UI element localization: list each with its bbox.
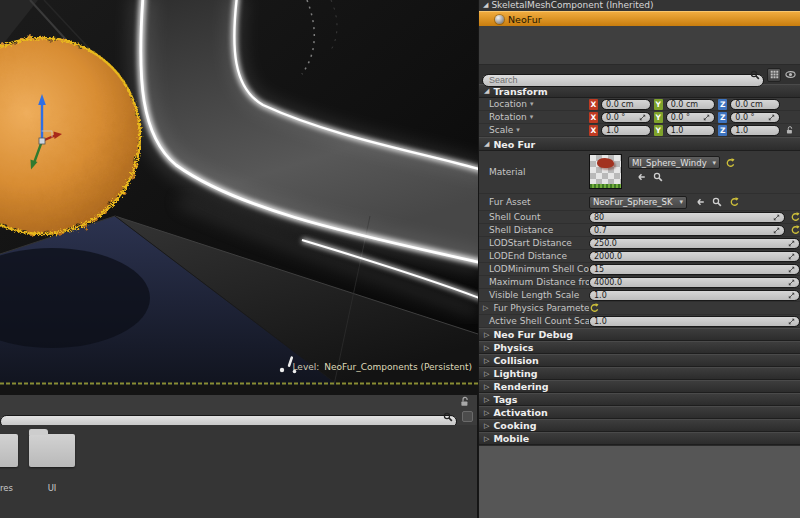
section-header-collision[interactable]: ▷ Collision [479, 354, 800, 367]
expander-icon[interactable]: ▷ [483, 304, 488, 312]
location-y-field[interactable]: 0.0 cm [666, 99, 716, 110]
reset-to-default-icon[interactable] [790, 225, 800, 235]
spinner-icon[interactable] [768, 114, 775, 121]
section-header-physics[interactable]: ▷ Physics [479, 341, 800, 354]
section-header-neofur-debug[interactable]: ▷ Neo Fur Debug [479, 328, 800, 341]
expander-icon: ◢ [484, 87, 489, 95]
lod-start-distance-field[interactable]: 250.0 [589, 238, 800, 249]
spinner-icon[interactable] [788, 318, 795, 325]
reset-to-default-icon[interactable] [589, 303, 599, 313]
filter-icon[interactable] [462, 411, 473, 422]
browse-to-asset-icon[interactable] [712, 197, 722, 207]
location-row: Location ▾ X 0.0 cm Y 0.0 cm Z 0.0 cm [479, 98, 800, 111]
rotation-row: Rotation ▾ X 0.0 ° Y 0.0 ° Z 0.0 ° [479, 111, 800, 124]
scale-lock-icon[interactable] [785, 125, 794, 135]
shell-count-row: Shell Count 80 [479, 211, 800, 224]
property-label: Location [489, 99, 527, 109]
fur-physics-parameters-row[interactable]: ▷ Fur Physics Parameters [479, 302, 800, 315]
details-panel: ◢ SkeletalMeshComponent (Inherited) NeoF… [478, 0, 800, 518]
spinner-icon[interactable] [788, 240, 795, 247]
section-header-tags[interactable]: ▷ Tags [479, 393, 800, 406]
property-label: Scale [489, 125, 513, 135]
folder-icon[interactable] [0, 434, 18, 467]
details-search-input[interactable] [482, 74, 764, 87]
property-matrix-button[interactable] [767, 68, 781, 82]
property-label: Fur Asset [479, 197, 589, 207]
browse-to-asset-icon[interactable] [653, 172, 663, 182]
folder-label[interactable]: res [0, 483, 13, 493]
section-header-rendering[interactable]: ▷ Rendering [479, 380, 800, 393]
reset-to-default-icon[interactable] [729, 197, 739, 207]
gizmo-center-handle[interactable] [39, 138, 45, 144]
spinner-icon[interactable] [788, 253, 795, 260]
shell-distance-field[interactable]: 0.7 [589, 225, 785, 236]
section-header-cooking[interactable]: ▷ Cooking [479, 419, 800, 432]
lock-open-icon[interactable] [459, 396, 470, 407]
property-label: Active Shell Count Scale [479, 316, 589, 326]
scale-y-field[interactable]: 1.0 [666, 125, 716, 136]
spinner-icon[interactable] [703, 114, 710, 121]
details-search-row [479, 65, 800, 84]
shell-count-field[interactable]: 80 [589, 212, 785, 223]
section-header-mobile[interactable]: ▷ Mobile [479, 432, 800, 445]
expander-icon: ▷ [484, 409, 489, 417]
property-label: LODEnd Distance [479, 251, 589, 261]
tree-empty-area[interactable] [479, 26, 800, 65]
spinner-icon[interactable] [788, 292, 795, 299]
rotation-y-field[interactable]: 0.0 ° [666, 112, 716, 123]
spinner-icon[interactable] [773, 214, 780, 221]
expander-icon: ▷ [484, 396, 489, 404]
expander-icon: ▷ [484, 383, 489, 391]
use-selected-asset-icon[interactable] [636, 172, 646, 182]
folder-icon[interactable] [29, 434, 75, 467]
lod-end-distance-field[interactable]: 2000.0 [589, 251, 800, 262]
visible-length-scale-row: Visible Length Scale 1.0 [479, 289, 800, 302]
chevron-down-icon: ▾ [530, 100, 534, 108]
viewport-3d[interactable]: Level:NeoFur_Components (Persistent) [0, 0, 478, 385]
tree-item-label: SkeletalMeshComponent (Inherited) [491, 0, 653, 10]
section-header-activation[interactable]: ▷ Activation [479, 406, 800, 419]
property-label: LODStart Distance [479, 238, 589, 248]
rotation-z-field[interactable]: 0.0 ° [730, 112, 780, 123]
axis-x-badge: X [589, 112, 598, 123]
scale-z-field[interactable]: 1.0 [730, 125, 780, 136]
section-header-lighting[interactable]: ▷ Lighting [479, 367, 800, 380]
fur-asset-dropdown[interactable]: NeoFur_Sphere_SK ▾ [589, 196, 687, 209]
reset-to-default-icon[interactable] [790, 212, 800, 222]
spinner-icon[interactable] [773, 227, 780, 234]
expander-icon[interactable]: ◢ [483, 1, 488, 9]
material-thumbnail[interactable] [589, 154, 622, 189]
visible-length-scale-field[interactable]: 1.0 [589, 290, 800, 301]
tree-item-skeletalmesh[interactable]: ◢ SkeletalMeshComponent (Inherited) [479, 0, 800, 11]
location-x-field[interactable]: 0.0 cm [601, 99, 651, 110]
axis-z-badge: Z [718, 125, 727, 136]
active-shell-count-scale-field[interactable]: 1.0 [589, 316, 800, 327]
section-header-neofur[interactable]: ◢ Neo Fur [479, 137, 800, 151]
expander-icon: ▷ [484, 422, 489, 430]
content-browser: res UI [0, 385, 478, 518]
reset-to-default-icon[interactable] [725, 158, 735, 168]
expander-icon: ▷ [484, 331, 489, 339]
spinner-icon[interactable] [788, 266, 795, 273]
tree-item-label: NeoFur [508, 14, 542, 25]
display-filter-eye-icon[interactable] [784, 69, 797, 80]
material-dropdown[interactable]: MI_Sphere_Windy ▾ [628, 156, 720, 169]
axis-x-badge: X [589, 99, 598, 110]
folder-label[interactable]: UI [29, 483, 75, 493]
axis-y-badge: Y [654, 112, 663, 123]
spinner-icon[interactable] [788, 279, 795, 286]
lod-minimum-shell-count-field[interactable]: 15 [589, 264, 800, 275]
axis-z-badge: Z [718, 112, 727, 123]
tree-item-neofur-selected[interactable]: NeoFur [479, 11, 800, 26]
axis-z-badge: Z [718, 99, 727, 110]
spinner-icon[interactable] [639, 114, 646, 121]
location-z-field[interactable]: 0.0 cm [730, 99, 780, 110]
scale-row: Scale ▾ X 1.0 Y 1.0 Z 1.0 [479, 124, 800, 137]
scale-x-field[interactable]: 1.0 [601, 125, 651, 136]
use-selected-asset-icon[interactable] [695, 197, 705, 207]
max-distance-from-camera-field[interactable]: 4000.0 [589, 277, 800, 288]
chevron-down-icon: ▾ [516, 126, 520, 134]
viewport-scene: Level:NeoFur_Components (Persistent) [0, 0, 478, 385]
material-row: Material MI_Sphere_Windy ▾ [479, 151, 800, 194]
rotation-x-field[interactable]: 0.0 ° [601, 112, 651, 123]
